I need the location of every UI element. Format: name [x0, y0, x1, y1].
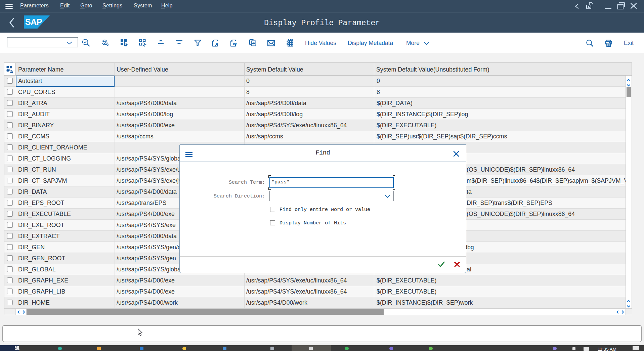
svg-text:w: w — [232, 41, 237, 46]
svg-text:x: x — [215, 41, 218, 47]
